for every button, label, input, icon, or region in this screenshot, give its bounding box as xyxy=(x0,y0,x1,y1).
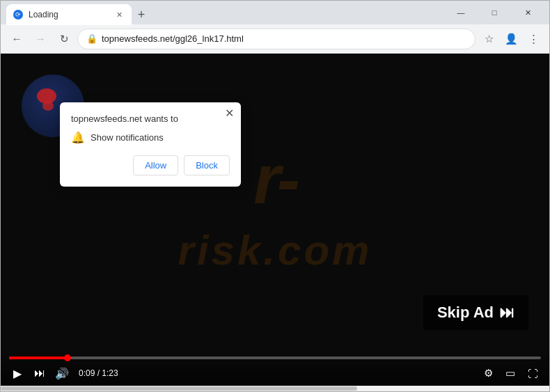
volume-button[interactable]: 🔊 xyxy=(54,365,70,382)
bookmark-button[interactable]: ☆ xyxy=(478,29,499,49)
content-area: r- risk.com Skip Ad ⏭ xyxy=(1,54,549,386)
time-display: 0:09 / 1:23 xyxy=(79,368,118,378)
reload-button[interactable]: ↻ xyxy=(54,29,74,49)
bell-icon: 🔔 xyxy=(71,131,85,144)
logo-red-spot2 xyxy=(42,101,54,111)
progress-dot xyxy=(64,354,71,361)
notification-popup: ✕ topnewsfeeds.net wants to 🔔 Show notif… xyxy=(60,102,241,187)
nav-right-buttons: ☆ 👤 ⋮ xyxy=(478,29,544,49)
menu-button[interactable]: ⋮ xyxy=(523,29,544,49)
url-text: topnewsfeeds.net/ggl26_lnk17.html xyxy=(102,33,244,44)
tab-close-button[interactable]: ✕ xyxy=(113,9,125,20)
notification-popup-overlay: ✕ topnewsfeeds.net wants to 🔔 Show notif… xyxy=(60,102,241,187)
popup-close-button[interactable]: ✕ xyxy=(225,108,234,119)
video-controls: ▶ ⏭ 🔊 0:09 / 1:23 ⚙ ▭ ⛶ xyxy=(1,351,549,386)
window-controls: — □ ✕ xyxy=(445,2,544,23)
play-button[interactable]: ▶ xyxy=(9,365,26,382)
skip-ad-button[interactable]: Skip Ad ⏭ xyxy=(423,295,528,330)
navigation-bar: ← → ↻ 🔒 topnewsfeeds.net/ggl26_lnk17.htm… xyxy=(1,24,549,54)
block-button[interactable]: Block xyxy=(184,155,230,175)
popup-permission-label: Show notifications xyxy=(91,132,164,143)
fullscreen-button[interactable]: ⛶ xyxy=(524,365,541,382)
controls-row: ▶ ⏭ 🔊 0:09 / 1:23 ⚙ ▭ ⛶ xyxy=(9,365,541,382)
title-bar: ⟳ Loading ✕ + — □ ✕ xyxy=(1,1,549,24)
lock-icon: 🔒 xyxy=(86,33,97,44)
forward-button[interactable]: → xyxy=(30,29,51,49)
new-tab-button[interactable]: + xyxy=(132,5,151,24)
next-button[interactable]: ⏭ xyxy=(31,365,48,382)
scrollbar-thumb[interactable] xyxy=(1,386,357,391)
scrollbar-track[interactable] xyxy=(1,386,549,391)
active-tab[interactable]: ⟳ Loading ✕ xyxy=(6,4,132,25)
address-bar[interactable]: 🔒 topnewsfeeds.net/ggl26_lnk17.html xyxy=(77,29,476,49)
maximize-button[interactable]: □ xyxy=(478,2,510,23)
popup-buttons: Allow Block xyxy=(71,155,230,175)
skip-ad-label: Skip Ad xyxy=(437,304,494,322)
tab-area: ⟳ Loading ✕ + xyxy=(6,1,437,24)
popup-title: topnewsfeeds.net wants to xyxy=(71,113,230,124)
close-button[interactable]: ✕ xyxy=(512,2,544,23)
allow-button[interactable]: Allow xyxy=(133,155,178,175)
tab-title: Loading xyxy=(29,10,108,19)
back-button[interactable]: ← xyxy=(6,29,27,49)
progress-bar[interactable] xyxy=(9,356,541,359)
skip-ad-icon: ⏭ xyxy=(499,304,514,322)
settings-button[interactable]: ⚙ xyxy=(480,365,496,382)
watermark-top-text: r- xyxy=(253,139,297,219)
theater-button[interactable]: ▭ xyxy=(502,365,519,382)
profile-button[interactable]: 👤 xyxy=(501,29,521,49)
popup-permission-row: 🔔 Show notifications xyxy=(71,131,230,144)
watermark-bottom-text: risk.com xyxy=(178,226,372,274)
browser-window: ⟳ Loading ✕ + — □ ✕ ← → ↻ 🔒 topnewsfeeds… xyxy=(0,0,550,392)
tab-favicon: ⟳ xyxy=(13,10,23,19)
minimize-button[interactable]: — xyxy=(445,2,477,23)
progress-fill xyxy=(9,356,68,359)
